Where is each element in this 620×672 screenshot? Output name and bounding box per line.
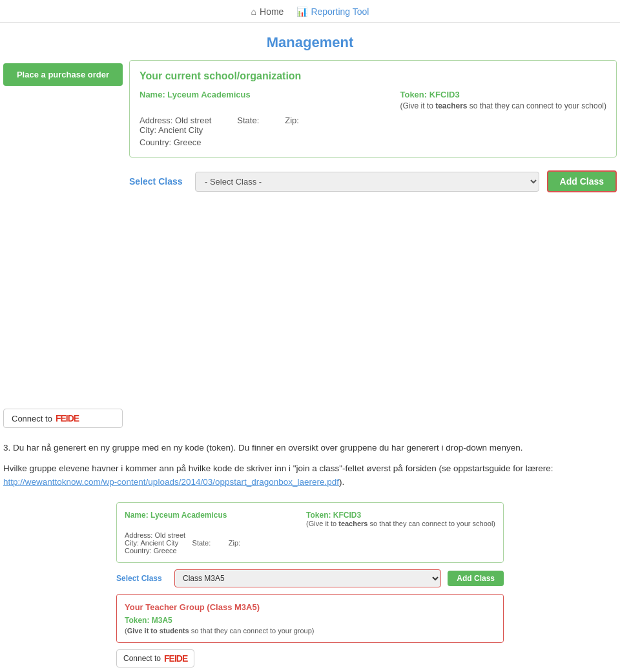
token-label: Token: KFCID3 xyxy=(400,90,606,99)
state-section: State: xyxy=(237,116,259,135)
guide-link[interactable]: http://wewanttoknow.com/wp-content/uploa… xyxy=(3,477,339,487)
preview-select-label: Select Class xyxy=(116,574,168,583)
zip-section: Zip: xyxy=(285,116,299,135)
preview-group-hint: (Give it to students so that they can co… xyxy=(125,627,495,635)
address-line: Address: Old street xyxy=(140,116,211,125)
city-line: City: Ancient City xyxy=(140,125,211,135)
school-card: Your current school/organization Name: L… xyxy=(129,60,617,158)
reporting-label: Reporting Tool xyxy=(311,6,369,17)
preview-group-card: Your Teacher Group (Class M3A5) Token: M… xyxy=(116,594,504,643)
purchase-order-button[interactable]: Place a purchase order xyxy=(3,63,123,86)
preview-address: Address: Old street City: Ancient City S… xyxy=(125,531,495,555)
main-area: Place a purchase order Connect to FEIDE … xyxy=(0,60,620,428)
left-sidebar: Place a purchase order Connect to FEIDE xyxy=(3,60,123,428)
select-class-row: Select Class - Select Class - Add Class xyxy=(129,170,617,192)
preview-token-hint: (Give it to teachers so that they can co… xyxy=(306,520,495,527)
home-link[interactable]: ⌂ Home xyxy=(251,6,284,17)
preview-group-title: Your Teacher Group (Class M3A5) xyxy=(125,602,495,612)
feide-connect-button[interactable]: Connect to FEIDE xyxy=(3,409,123,428)
home-label: Home xyxy=(260,6,284,17)
add-class-button[interactable]: Add Class xyxy=(547,170,617,192)
bottom-feide-button[interactable]: Connect to FEIDE xyxy=(116,649,194,667)
preview-top-row: Name: Lyceum Academicus Token: KFCID3 (G… xyxy=(125,511,495,527)
preview-token: Token: KFCID3 xyxy=(306,511,495,520)
address-row: Address: Old street City: Ancient City S… xyxy=(140,116,606,135)
home-icon: ⌂ xyxy=(251,6,256,17)
feide-logo: FEIDE xyxy=(56,413,79,423)
school-card-top-row: Name: Lyceum Academicus Token: KFCID3 (G… xyxy=(140,90,606,110)
preview-class-select[interactable]: Class M3A5 xyxy=(174,569,441,587)
preview-school-card: Name: Lyceum Academicus Token: KFCID3 (G… xyxy=(116,502,504,563)
bar-chart-icon: 📊 xyxy=(296,6,307,17)
preview-group-token: Token: M3A5 xyxy=(125,616,495,625)
reporting-tool-link[interactable]: 📊 Reporting Tool xyxy=(296,6,369,17)
state-label: State: xyxy=(237,116,259,125)
bottom-feide-label: Connect to xyxy=(123,654,161,663)
select-class-label: Select Class xyxy=(129,176,187,187)
preview-token-section: Token: KFCID3 (Give it to teachers so th… xyxy=(306,511,495,527)
country-row: Country: Greece xyxy=(140,137,606,147)
zip-label: Zip: xyxy=(285,116,299,125)
page-title: Management xyxy=(0,34,620,51)
token-hint: (Give it to teachers so that they can co… xyxy=(400,101,606,110)
description-area: 3. Du har nå generert en ny gruppe med e… xyxy=(0,428,620,502)
preview-city-line: City: Ancient City State: Zip: xyxy=(125,539,495,547)
address: Address: Old street City: Ancient City xyxy=(140,116,211,135)
right-content: Your current school/organization Name: L… xyxy=(129,60,617,192)
screenshot-preview: Name: Lyceum Academicus Token: KFCID3 (G… xyxy=(116,502,504,667)
description-para1: 3. Du har nå generert en ny gruppe med e… xyxy=(3,441,617,455)
token-section: Token: KFCID3 (Give it to teachers so th… xyxy=(400,90,606,110)
top-navigation: ⌂ Home 📊 Reporting Tool xyxy=(0,0,620,23)
school-card-title: Your current school/organization xyxy=(140,70,606,82)
preview-select-class-row: Select Class Class M3A5 Add Class xyxy=(116,569,504,587)
preview-address-line: Address: Old street xyxy=(125,531,495,539)
preview-school-name: Name: Lyceum Academicus xyxy=(125,511,227,527)
class-select[interactable]: - Select Class - xyxy=(195,172,539,192)
feide-connect-label: Connect to xyxy=(12,414,52,423)
preview-add-class-button[interactable]: Add Class xyxy=(448,571,504,586)
school-name: Name: Lyceum Academicus xyxy=(140,90,251,110)
bottom-feide-logo: FEIDE xyxy=(164,653,187,664)
description-para2: Hvilke gruppe elevene havner i kommer an… xyxy=(3,462,617,489)
preview-country-line: Country: Greece xyxy=(125,547,495,555)
